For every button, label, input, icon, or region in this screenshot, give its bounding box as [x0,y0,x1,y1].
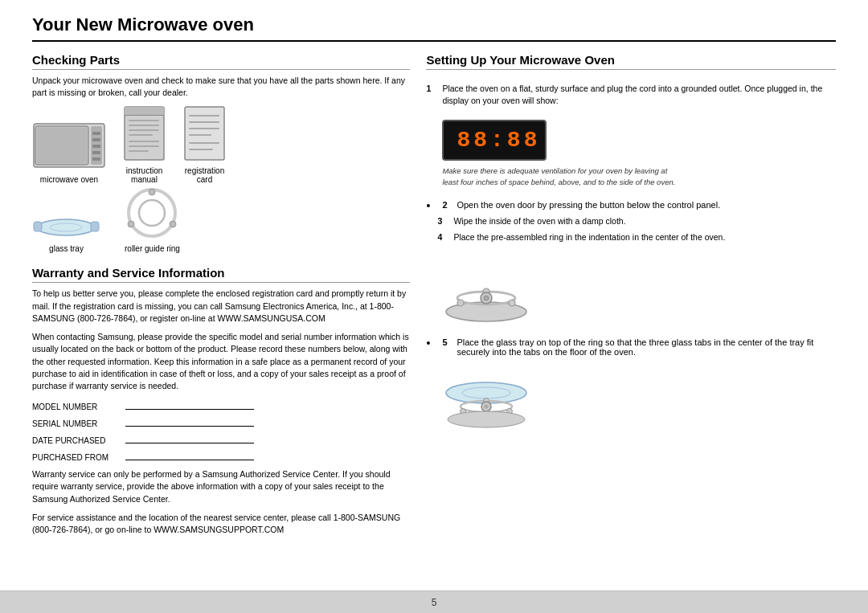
svg-point-32 [149,189,155,195]
page-title: Your New Microwave oven [32,14,836,42]
svg-point-50 [448,411,525,427]
date-purchased-label: DATE PURCHASED [32,436,121,445]
svg-rect-15 [129,134,153,136]
checking-parts-title: Checking Parts [32,53,410,70]
serial-number-label: SERIAL NUMBER [32,419,121,428]
warranty-paragraph-1: To help us better serve you, please comp… [32,288,410,325]
bullet-dot-5: • [426,337,436,349]
svg-point-38 [457,300,464,306]
checking-parts-desc: Unpack your microwave oven and check to … [32,75,410,99]
purchased-from-row: PURCHASED FROM [32,449,410,462]
svg-rect-6 [92,151,100,154]
step-5-text: Place the glass tray on top of the ring … [457,337,836,357]
svg-point-34 [170,221,176,227]
display-caption: Make sure there is adequate ventilation … [442,166,836,187]
model-number-row: MODEL NUMBER [32,398,410,411]
svg-rect-16 [129,141,159,142]
bullet-dot-2: • [426,200,436,211]
svg-rect-8 [37,128,87,163]
svg-rect-5 [92,145,100,148]
instruction-manual-label: instruction manual [126,166,163,184]
step-2-number: 2 [442,200,450,210]
clock-digit-4: 8 [524,128,541,153]
svg-rect-23 [189,134,211,136]
left-column: Checking Parts Unpack your microwave ove… [32,53,410,582]
part-registration-card: registration card [182,105,227,184]
purchased-from-label: PURCHASED FROM [32,453,121,462]
step-4: 4 Place the pre-assembled ring in the in… [426,231,836,243]
page-footer: 5 [0,591,868,613]
svg-rect-17 [129,145,159,147]
svg-rect-7 [92,157,100,161]
svg-rect-28 [91,222,99,231]
warranty-section: Warranty and Service Information To help… [32,266,410,582]
purchased-from-line [125,449,254,460]
svg-rect-12 [129,120,159,121]
svg-rect-22 [189,128,219,129]
step-1: 1 Place the oven on a flat, sturdy surfa… [426,83,836,107]
ring-assembly-icon [442,251,538,328]
svg-rect-14 [129,129,159,131]
page-wrapper: Your New Microwave oven Checking Parts U… [0,0,868,613]
step-3-text: Wipe the inside of the oven with a damp … [453,215,625,227]
part-glass-tray: glass tray [32,211,100,253]
instruction-manual-image [122,105,166,163]
svg-point-31 [139,200,165,226]
clock-display-block: 88:88 Make sure there is adequate ventil… [442,115,836,192]
svg-rect-3 [92,132,100,135]
part-microwave-oven: microwave oven [32,121,106,184]
warranty-paragraph-4: For service assistance and the location … [32,512,410,536]
clock-digit-3: 8 [507,128,524,153]
parts-row-2: glass tray [32,187,410,253]
svg-rect-24 [189,142,219,144]
svg-rect-11 [125,115,164,116]
microwave-oven-image [32,121,106,172]
svg-rect-10 [125,107,164,116]
right-column: Setting Up Your Microwave Oven 1 Place t… [426,53,836,582]
step-1-number: 1 [426,83,436,95]
clock-digit-1: 8 [457,128,473,153]
checking-parts-section: Checking Parts Unpack your microwave ove… [32,53,410,253]
glass-tray-label: glass tray [49,244,84,253]
svg-rect-27 [34,222,42,231]
svg-point-39 [509,300,515,306]
svg-point-26 [37,219,95,235]
microwave-oven-icon [32,121,106,170]
ring-assembly-container [442,251,836,329]
svg-point-30 [129,190,175,236]
page-number: 5 [432,597,437,608]
step-5: • 5 Place the glass tray on top of the r… [426,337,836,357]
svg-rect-19 [185,107,224,160]
date-purchased-line [125,432,254,443]
step-4-text: Place the pre-assembled ring in the inde… [453,231,725,243]
svg-point-41 [484,296,489,300]
microwave-oven-label: microwave oven [40,175,98,184]
warranty-title: Warranty and Service Information [32,266,410,283]
step-5-number: 5 [442,337,450,347]
warranty-paragraph-2: When contacting Samsung, please provide … [32,331,410,392]
step-2: • 2 Open the oven door by pressing the b… [426,200,836,211]
svg-rect-21 [189,121,219,123]
roller-guide-ring-label: roller guide ring [125,244,180,253]
warranty-paragraph-3: Warranty service can only be performed b… [32,468,410,505]
svg-point-33 [128,221,134,227]
parts-row-1: microwave oven [32,105,410,184]
svg-rect-13 [129,125,159,126]
step-3-number: 3 [437,215,447,227]
roller-guide-ring-image [126,187,178,241]
clock-colon: : [490,128,507,153]
glass-tray-image [32,211,100,241]
svg-rect-20 [189,115,219,116]
date-purchased-row: DATE PURCHASED [32,432,410,445]
step-3: 3 Wipe the inside of the oven with a dam… [426,215,836,227]
glass-tray-icon [32,211,100,239]
display-box: 88:88 [442,120,547,161]
svg-rect-4 [92,138,100,141]
part-instruction-manual: instruction manual [122,105,166,184]
steps-2-3: • 2 Open the oven door by pressing the b… [426,200,836,243]
instruction-manual-icon [122,105,166,161]
model-number-label: MODEL NUMBER [32,403,121,411]
serial-number-row: SERIAL NUMBER [32,415,410,428]
clock-digit-2: 8 [473,128,490,153]
page-content: Your New Microwave oven Checking Parts U… [0,0,868,591]
